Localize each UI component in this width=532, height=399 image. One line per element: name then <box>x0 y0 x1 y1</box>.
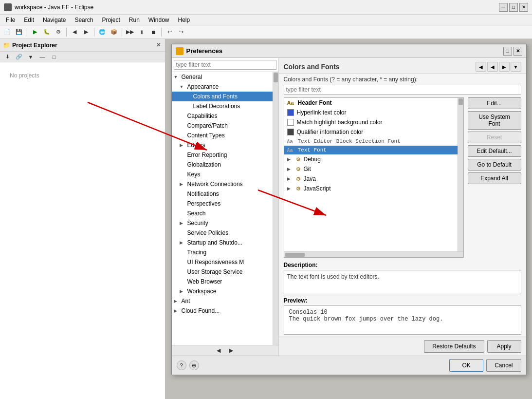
menu-navigate[interactable]: Navigate <box>39 16 70 24</box>
tree-item-cloud[interactable]: ▶ Cloud Found... <box>172 306 273 316</box>
tree-item-service-policies[interactable]: Service Policies <box>172 228 273 238</box>
tree-item-keys[interactable]: Keys <box>172 170 273 179</box>
expand-icon-cloud[interactable]: ▶ <box>174 308 180 313</box>
tree-item-perspectives[interactable]: Perspectives <box>172 199 273 209</box>
link-icon[interactable]: ⊕ <box>189 361 199 370</box>
tree-item-tracing[interactable]: Tracing <box>172 247 273 257</box>
menu-search[interactable]: Search <box>71 16 97 24</box>
tree-item-network[interactable]: ▶ Network Connections <box>172 179 273 189</box>
nav-scrollbar[interactable] <box>273 72 278 345</box>
list-item-js-group[interactable]: ▶ ⚙ JavaScript <box>284 184 458 193</box>
menu-edit[interactable]: Edit <box>20 16 38 24</box>
list-item-java-group[interactable]: ▶ ⚙ Java <box>284 174 458 184</box>
toolbar-btn-3[interactable]: 🌐 <box>97 27 108 38</box>
expand-icon-general[interactable]: ▼ <box>174 75 180 79</box>
debug-button[interactable]: 🐛 <box>41 27 52 38</box>
edit-button[interactable]: Edit... <box>468 97 521 109</box>
menu-help[interactable]: Help <box>174 16 194 24</box>
tree-item-error-reporting[interactable]: Error Reporting <box>172 150 273 160</box>
toolbar-btn-8[interactable]: ↩ <box>164 27 175 38</box>
help-icon[interactable]: ? <box>177 361 186 370</box>
tree-item-colors-fonts[interactable]: Colors and Fonts <box>172 92 273 101</box>
view-menu-button[interactable]: ▼ <box>25 52 36 62</box>
maximize-view-button[interactable]: □ <box>49 52 59 62</box>
toolbar-btn-9[interactable]: ↪ <box>176 27 186 38</box>
menu-run[interactable]: Run <box>125 16 144 24</box>
build-button[interactable]: ⚙ <box>53 27 64 38</box>
content-forward-button[interactable]: ▶ <box>499 62 510 72</box>
content-back-button[interactable]: ◀ <box>476 62 486 72</box>
expand-icon-workspace[interactable]: ▶ <box>180 289 185 294</box>
list-item-hyperlink-color[interactable]: Hyperlink text color <box>284 108 458 117</box>
dialog-minimize-button[interactable]: □ <box>503 47 512 56</box>
close-button[interactable]: ✕ <box>519 3 528 12</box>
tree-item-security[interactable]: ▶ Security <box>172 218 273 228</box>
tree-item-workspace[interactable]: ▶ Workspace <box>172 286 273 296</box>
menu-file[interactable]: File <box>2 16 19 24</box>
collapse-all-button[interactable]: ⬇ <box>2 52 13 62</box>
expand-icon-ant[interactable]: ▶ <box>174 299 180 304</box>
toolbar-btn-6[interactable]: ⏸ <box>136 27 147 38</box>
toolbar-btn-4[interactable]: 📦 <box>109 27 119 38</box>
debug-expand-icon[interactable]: ▶ <box>287 157 293 162</box>
content-back-button2[interactable]: ◀ <box>487 62 498 72</box>
colors-list-vscrollbar[interactable] <box>458 98 463 251</box>
tree-item-capabilities[interactable]: Capabilities <box>172 111 273 121</box>
list-item-qualifier[interactable]: Qualifier information color <box>284 127 458 137</box>
minimize-view-button[interactable]: — <box>37 52 48 62</box>
maximize-button[interactable]: □ <box>509 3 518 12</box>
git-expand-icon[interactable]: ▶ <box>287 167 293 171</box>
tree-item-appearance[interactable]: ▼ Appearance <box>172 82 273 92</box>
expand-icon-startup[interactable]: ▶ <box>180 240 185 245</box>
panel-close-button[interactable]: ✕ <box>155 41 162 49</box>
dialog-close-button[interactable]: ✕ <box>514 47 522 56</box>
toolbar-btn-7[interactable]: ⏹ <box>148 27 159 38</box>
link-with-editor-button[interactable]: 🔗 <box>14 52 24 62</box>
run-button[interactable]: ▶ <box>30 27 40 38</box>
java-expand-icon[interactable]: ▶ <box>287 176 293 181</box>
content-filter-input[interactable] <box>284 85 521 95</box>
tree-item-startup[interactable]: ▶ Startup and Shutdo... <box>172 238 273 247</box>
list-item-git-group[interactable]: ▶ ⚙ Git <box>284 164 458 174</box>
tree-item-label-decorations[interactable]: Label Decorations <box>172 101 273 111</box>
tree-item-globalization[interactable]: Globalization <box>172 160 273 170</box>
list-item-match-highlight[interactable]: Match highlight background color <box>284 117 458 127</box>
js-expand-icon[interactable]: ▶ <box>287 186 293 191</box>
menu-project[interactable]: Project <box>98 16 124 24</box>
menu-window[interactable]: Window <box>145 16 173 24</box>
ok-button[interactable]: OK <box>449 359 483 372</box>
toolbar-btn-1[interactable]: ◀ <box>69 27 80 38</box>
tree-item-content-types[interactable]: Content Types <box>172 131 273 140</box>
colors-list-hscrollbar[interactable] <box>284 251 463 257</box>
tree-item-editors[interactable]: ▶ Editors <box>172 140 273 150</box>
tree-item-ui-responsiveness[interactable]: UI Responsiveness M <box>172 257 273 267</box>
edit-default-button[interactable]: Edit Default... <box>468 145 521 157</box>
tree-item-general[interactable]: ▼ General <box>172 72 273 82</box>
nav-forward-button[interactable]: ▶ <box>226 345 237 356</box>
reset-button[interactable]: Reset <box>468 132 521 143</box>
go-to-default-button[interactable]: Go to Default <box>468 159 521 171</box>
tree-item-notifications[interactable]: Notifications <box>172 189 273 199</box>
list-item-debug-group[interactable]: ▶ ⚙ Debug <box>284 154 458 164</box>
expand-icon-editors[interactable]: ▶ <box>180 143 185 148</box>
new-button[interactable]: 📄 <box>2 27 13 38</box>
use-system-font-button[interactable]: Use System Font <box>468 111 521 130</box>
tree-item-user-storage[interactable]: User Storage Service <box>172 267 273 277</box>
expand-all-button[interactable]: Expand All <box>468 172 521 184</box>
save-button[interactable]: 💾 <box>14 27 24 38</box>
tree-item-ant[interactable]: ▶ Ant <box>172 296 273 306</box>
expand-icon-security[interactable]: ▶ <box>180 221 185 226</box>
nav-back-button[interactable]: ◀ <box>213 345 224 356</box>
list-item-header-font[interactable]: Aa Header Font <box>284 98 458 108</box>
list-item-text-font[interactable]: Aa Text Font <box>284 146 458 154</box>
tree-item-compare-patch[interactable]: Compare/Patch <box>172 121 273 131</box>
tree-item-search[interactable]: Search <box>172 209 273 218</box>
expand-icon-appearance[interactable]: ▼ <box>180 84 185 89</box>
expand-icon-network[interactable]: ▶ <box>180 182 185 187</box>
toolbar-btn-5[interactable]: ▶▶ <box>125 27 135 38</box>
content-menu-button[interactable]: ▼ <box>511 62 521 72</box>
nav-filter-input[interactable] <box>174 60 276 70</box>
apply-button[interactable]: Apply <box>487 340 521 353</box>
cancel-button[interactable]: Cancel <box>486 359 521 372</box>
restore-defaults-button[interactable]: Restore Defaults <box>424 340 484 353</box>
